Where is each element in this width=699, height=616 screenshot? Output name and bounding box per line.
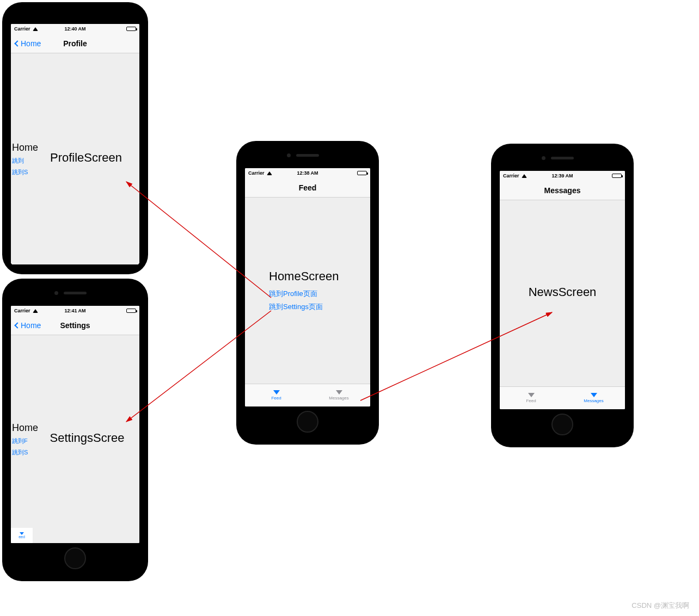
phone-messages: Carrier 12:39 AM Messages NewsScreen Fee… [491, 144, 634, 447]
prev-screen-peek: Home 跳到F 跳到S eed [11, 335, 38, 543]
tab-messages[interactable]: Messages [562, 387, 625, 409]
goto-settings-link[interactable]: 跳到Settings页面 [269, 302, 323, 312]
tab-down-icon [336, 390, 342, 395]
back-label: Home [21, 321, 41, 330]
carrier-label: Carrier [14, 308, 30, 313]
wifi-icon [33, 309, 38, 313]
screen-title: NewsScreen [529, 285, 597, 299]
screen-title: HomeScreen [269, 269, 339, 284]
wifi-icon [522, 174, 527, 178]
status-bar: Carrier 12:38 AM [245, 168, 370, 178]
nav-bar: Messages [500, 181, 625, 200]
battery-icon [612, 174, 622, 178]
phone-feed: Carrier 12:38 AM Feed HomeScreen 跳到Profi… [236, 141, 379, 445]
peek-link[interactable]: 跳到S [12, 168, 38, 176]
wifi-icon [267, 171, 272, 175]
home-button[interactable] [297, 411, 318, 433]
peek-title: Home [12, 422, 38, 434]
peek-link[interactable]: 跳到 [12, 157, 38, 165]
chevron-left-icon [14, 40, 20, 46]
nav-bar: Home Profile [11, 34, 139, 53]
back-button[interactable]: Home [15, 39, 41, 48]
carrier-label: Carrier [503, 173, 519, 178]
battery-icon [126, 27, 136, 31]
tab-messages[interactable]: Messages [308, 384, 370, 406]
watermark: CSDN @渊宝我啊 [631, 601, 689, 611]
status-bar: Carrier 12:39 AM [500, 171, 625, 181]
tab-label: Feed [526, 398, 536, 403]
tab-down-icon [273, 390, 280, 395]
screen-title: ProfileScreen [50, 151, 122, 165]
chevron-left-icon [14, 322, 20, 328]
prev-screen-peek: Home 跳到 跳到S [11, 53, 38, 264]
tab-feed[interactable]: Feed [245, 384, 308, 406]
carrier-label: Carrier [248, 170, 265, 176]
carrier-label: Carrier [14, 26, 30, 32]
goto-profile-link[interactable]: 跳到Profile页面 [269, 289, 317, 299]
clock-label: 12:38 AM [297, 170, 318, 176]
tab-label: Messages [329, 396, 348, 401]
battery-icon [357, 171, 367, 175]
peek-link[interactable]: 跳到S [12, 448, 38, 457]
peek-title: Home [12, 142, 38, 153]
clock-label: 12:40 AM [64, 26, 85, 32]
clock-label: 12:39 AM [551, 173, 573, 178]
back-label: Home [21, 39, 41, 48]
tab-label: Messages [584, 398, 603, 403]
tab-label: Feed [271, 396, 281, 401]
page-title: Messages [544, 186, 581, 195]
phone-settings: Carrier 12:41 AM Home Settings Home 跳到F … [2, 279, 148, 581]
status-bar: Carrier 12:41 AM [11, 306, 139, 316]
peek-tab[interactable]: eed [11, 528, 33, 543]
page-title: Profile [63, 39, 87, 48]
wifi-icon [33, 27, 38, 31]
home-button[interactable] [551, 414, 573, 435]
home-button[interactable] [64, 547, 86, 569]
peek-link[interactable]: 跳到F [12, 437, 38, 445]
tab-feed[interactable]: Feed [500, 387, 562, 409]
phone-profile: Carrier 12:40 AM Home Profile Home 跳到 跳到… [2, 2, 148, 274]
status-bar: Carrier 12:40 AM [11, 24, 139, 34]
screen-title: SettingsScree [50, 431, 125, 445]
tab-bar: Feed Messages [245, 384, 370, 406]
page-title: Settings [60, 321, 90, 330]
tab-bar: Feed Messages [500, 386, 625, 409]
tab-down-icon [591, 393, 597, 397]
clock-label: 12:41 AM [64, 308, 85, 313]
nav-bar: Feed [245, 178, 370, 198]
page-title: Feed [299, 183, 317, 192]
back-button[interactable]: Home [15, 321, 41, 330]
tab-down-icon [528, 393, 535, 397]
battery-icon [126, 309, 136, 313]
nav-bar: Home Settings [11, 316, 139, 335]
